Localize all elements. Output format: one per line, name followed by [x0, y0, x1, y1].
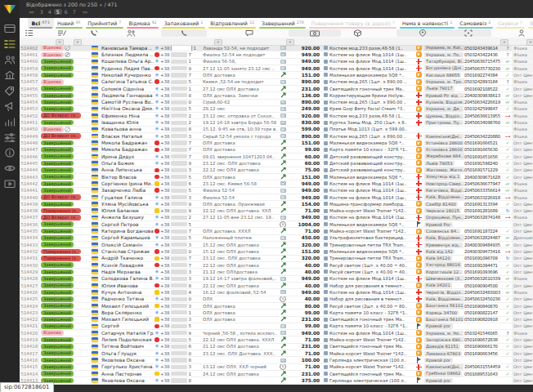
table-row[interactable]: 514427ЗавершенийЮлия Иванова+38822.12 см… — [20, 283, 533, 289]
table-row[interactable]: 514443ЗавершенийВіктор Власов+385ОЛХ дос… — [20, 174, 533, 180]
orders-icon[interactable] — [4, 38, 16, 49]
table-row[interactable]: 514426ЗавершенийКучук Антонина+38416.12 … — [20, 289, 533, 296]
table-row[interactable]: 514438Повернення (з..Юлия Баланюк+38922.… — [20, 208, 533, 215]
column-manager-icon[interactable] — [517, 29, 526, 37]
first-page-button[interactable]: «« — [26, 9, 36, 15]
table-row[interactable]: 514460ЗавершенийКошелева Ольга Ар..✳+381… — [20, 59, 533, 65]
per-page-dropdown-icon[interactable]: ▾ — [99, 2, 103, 7]
column-phone-icon[interactable] — [179, 29, 189, 37]
page-button-4[interactable]: 4 — [46, 9, 54, 15]
table-row[interactable]: 514431Повернення (з..Андрій Ткаченко+387… — [20, 256, 533, 262]
column-customers-icon[interactable] — [126, 29, 136, 37]
table-row[interactable]: 514420ВідмоваСитарчук Наталія Гр..✳+389Ч… — [20, 330, 533, 336]
table-row[interactable]: 514414ЗавершенийАнна Пастернак+38124.12 … — [20, 371, 533, 377]
table-row[interactable]: 514458ЗавершенийНиколай Кучеренко✳+387ОЛ… — [20, 72, 533, 78]
table-row[interactable]: 514419ЗавершенийЛилия Подолинская+38522.… — [20, 336, 533, 343]
app-logo[interactable] — [0, 0, 20, 18]
table-row[interactable]: 514447ЗавершенийМикола Бадражан+387ОЛХ д… — [20, 147, 533, 154]
table-row[interactable]: 514423ЗавершенийВера Скляренко✳+381ОЛХ д… — [20, 310, 533, 316]
tab-6[interactable]: Відправлений12 — [207, 18, 258, 29]
table-row[interactable]: 514437ДО Возврат ск..Анжела Безушку✳+382… — [20, 215, 533, 221]
table-row[interactable]: 514429ЗавершенийНадія Мерзаєва✳+38321.12… — [20, 269, 533, 275]
column-product-icon[interactable] — [352, 29, 362, 37]
tab-7[interactable]: Завершений278 — [258, 18, 307, 29]
table-row[interactable]: 514436ЗавершенийСергей Петров✳+385$1004.… — [20, 221, 533, 228]
customers-icon[interactable] — [4, 54, 16, 65]
page-button-5[interactable]: 5 — [54, 9, 62, 15]
table-row[interactable]: 514454ЗавершенийСамотій Руслана Во..✳+38… — [20, 100, 533, 106]
table-row[interactable]: 514448ЗавершенийМикола Бадражан+387ОЛХ д… — [20, 140, 533, 146]
filter-dropdown[interactable]: ▾ — [214, 39, 222, 46]
tab-12[interactable]: В дорозі додому0 — [526, 18, 533, 29]
table-row[interactable]: 514439ЗавершенийУляна Мусійовська✳+389ОЛ… — [20, 201, 533, 207]
info-icon[interactable] — [4, 147, 16, 158]
table-row[interactable]: 514455ЗавершенийЛюдмила Гончарова✳+388ОЛ… — [20, 92, 533, 99]
last-page-button[interactable]: »» — [80, 9, 90, 15]
column-tracking-icon[interactable] — [464, 29, 473, 37]
table-row[interactable]: 514435ЗавершенийКатерина Богданова+387ОЛ… — [20, 228, 533, 234]
table-row[interactable]: 514453ЗавершенийНікітіна Оксана Дми..✳+3… — [20, 106, 533, 113]
filter-dropdown[interactable]: ▾ — [74, 39, 82, 46]
table-row[interactable]: 514425ЗавершенийРадченко Тетяна✳+380ОЛХ$… — [20, 296, 533, 303]
dashboard-icon[interactable] — [4, 23, 16, 33]
table-row[interactable]: 514457ВідмоваСалегина Татьяна С..+385Кем… — [20, 79, 533, 86]
store-icon[interactable] — [4, 69, 16, 80]
tab-4[interactable]: Відмова42 — [125, 18, 160, 29]
column-comment-icon[interactable] — [244, 29, 254, 37]
table-row[interactable]: 514417ЗавершенийОльга Глущук✳+38023.12 с… — [20, 350, 533, 357]
monitoring-icon[interactable] — [4, 163, 16, 173]
table-row[interactable]: 514416ЗавершенийЯковлева Оксана✳+388100.… — [20, 357, 533, 363]
table-row[interactable]: 514459ЗавершенийРуденко Лидия Пав..+3892… — [20, 65, 533, 72]
table-row[interactable]: 514434ЗавершенийСергей Карамышев✳+385Нал… — [20, 235, 533, 242]
column-edit-icon[interactable] — [56, 29, 66, 37]
filter-dropdown[interactable]: ▾ — [500, 39, 508, 46]
table-row[interactable]: 514441ЗавершенийЗахарченко Люба+385Фиалк… — [20, 188, 533, 194]
tab-5[interactable]: Запакований1 — [160, 18, 207, 29]
table-row[interactable]: 514415ЗавершенийГоргулько Христина..✳+38… — [20, 364, 533, 371]
video-icon[interactable] — [4, 178, 16, 189]
tab-8[interactable]: Повернення товару (в дорозі)0 — [307, 18, 398, 29]
table-row[interactable]: 514444ЗавершенийАнна Липенська+38322.12 … — [20, 167, 533, 174]
table-row[interactable]: 514452ДО Возврат ск..Єфименко Ніна✳+3822… — [20, 113, 533, 119]
stats-icon[interactable] — [4, 116, 16, 127]
table-row[interactable]: 514442ЗавершенийСергіюнко Ірина Ми..+386… — [20, 180, 533, 187]
table-row[interactable]: 514449ДО Возврат ск..Власюк Наталья✳+383… — [20, 133, 533, 140]
table-row[interactable]: 514440ДО Возврат ск..Гуцалюк Галина✳+383… — [20, 194, 533, 201]
purchases-icon[interactable] — [4, 85, 16, 96]
tab-2[interactable]: Новий48 — [54, 18, 84, 29]
table-row[interactable]: 514456ЗавершенийСоломія Сідоніна✳+38127.… — [20, 86, 533, 92]
tab-1[interactable]: Всі471 — [28, 18, 54, 29]
table-row[interactable]: 514421ЗавершенийСергей+38599.00Карта пам… — [20, 323, 533, 330]
page-button-3[interactable]: 3 — [38, 9, 46, 15]
settings-icon[interactable] — [4, 131, 16, 142]
table-row[interactable]: 514462ВідмоваКаневська Тамара ..✳+381Лав… — [20, 45, 533, 51]
column-payment-icon[interactable] — [310, 29, 320, 37]
filter-dropdown[interactable]: ▾ — [56, 39, 64, 46]
filter-dropdown[interactable]: ▾ — [286, 39, 294, 46]
table-row[interactable]: 514418ЗавершенийТетяна Войтович✳+38621.1… — [20, 344, 533, 350]
table-row[interactable]: 514428ЗавершенийСолодкова Галина В..✳+38… — [20, 276, 533, 283]
table-row[interactable]: 514451ЗавершенийІващенко Юлія✳+38219.12 … — [20, 119, 533, 126]
table-row[interactable]: 514432Повернення (з..Станіслав Стрижак+3… — [20, 248, 533, 255]
column-call-icon[interactable] — [89, 29, 99, 37]
table-row[interactable]: 514422ЗавершенийМихаил Гилецький+383ОЛХ … — [20, 317, 533, 323]
column-orders-icon[interactable] — [24, 29, 34, 37]
page-button-6[interactable]: 6 — [62, 9, 70, 15]
tab-10[interactable]: Самовивіз2 — [456, 18, 495, 29]
table-row[interactable]: 514433ЗавершенийОлексій Семанін✳+38315.1… — [20, 242, 533, 248]
page-button-7[interactable]: 7 — [70, 9, 78, 15]
table-row[interactable]: 514430ЗавершенийКсенія Левадняя+38722.12… — [20, 262, 533, 269]
filter-dropdown[interactable]: ▾ — [526, 39, 533, 46]
table-row[interactable]: 514446ЗавершенийИрина Дидух✳+38709.01 зв… — [20, 154, 533, 160]
table-row[interactable]: 514445ЗавершенийОльга Божик✳+38923.12 см… — [20, 160, 533, 167]
marketing-icon[interactable] — [4, 100, 16, 111]
table-row[interactable]: 514413ЗавершенийЯковлева Оксана✳+388375.… — [20, 377, 533, 384]
column-address-icon[interactable] — [418, 29, 428, 37]
table-row[interactable]: 514450ВідмоваКовальова анна✳+38815.12. 9… — [20, 127, 533, 133]
tab-9[interactable]: Нема в наявності1 — [398, 18, 455, 29]
tab-11[interactable]: Сервіси0 — [495, 18, 526, 29]
phone-edit-input[interactable] — [171, 45, 192, 51]
tab-3[interactable]: Прийнятий7 — [84, 18, 125, 29]
table-row[interactable]: 514461ВідмоваБлизнюк Людмила ..+387Фиалк… — [20, 51, 533, 58]
table-row[interactable]: 514424ЗавершенийМихаил Гилецький+383ОЛХ … — [20, 303, 533, 310]
